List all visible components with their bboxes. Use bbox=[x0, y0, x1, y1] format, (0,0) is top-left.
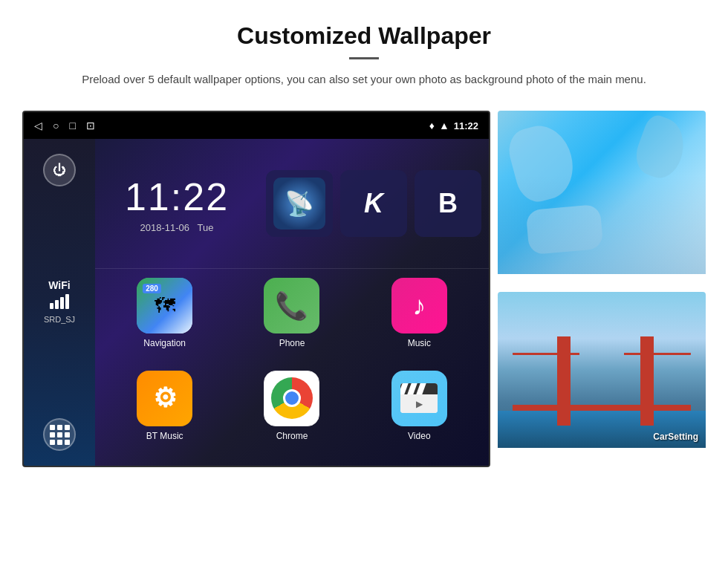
video-icon: ▶ bbox=[391, 371, 447, 426]
wifi-ssid: SRD_SJ bbox=[44, 315, 75, 324]
wifi-bars bbox=[44, 294, 75, 309]
apps-button[interactable] bbox=[43, 418, 76, 451]
music-label: Music bbox=[408, 338, 431, 348]
home-icon[interactable]: ○ bbox=[53, 120, 59, 131]
bridge-wallpaper-image: CarSetting bbox=[498, 292, 706, 448]
content-area: ◁ ○ □ ⊡ ♦ ▲ 11:22 ⏻ WiFi bbox=[0, 103, 728, 475]
wifi-label: WiFi bbox=[44, 279, 75, 291]
b-label: B bbox=[438, 188, 458, 219]
header-description: Preload over 5 default wallpaper options… bbox=[59, 71, 669, 88]
wifi-bar-2 bbox=[55, 300, 59, 309]
app-grid: 🗺 280 Navigation 📞 Phone bbox=[95, 269, 489, 466]
top-section: 11:22 2018-11-06 Tue 📡 bbox=[95, 139, 489, 269]
header-section: Customized Wallpaper Preload over 5 defa… bbox=[0, 0, 728, 103]
btmusic-label: BT Music bbox=[146, 431, 183, 441]
app-music[interactable]: ♪ Music bbox=[359, 278, 480, 365]
bridge-cable-right bbox=[624, 353, 691, 405]
status-time: 11:22 bbox=[454, 120, 478, 131]
phone-symbol: 📞 bbox=[275, 290, 308, 322]
chrome-icon bbox=[264, 371, 319, 426]
chrome-center bbox=[283, 389, 301, 407]
wifi-symbol: 📡 bbox=[285, 189, 314, 218]
bridge-deck bbox=[513, 405, 691, 411]
screen-body: ⏻ WiFi SRD_SJ bbox=[24, 139, 489, 466]
music-symbol: ♪ bbox=[412, 290, 426, 322]
navigation-icon: 🗺 280 bbox=[137, 278, 192, 333]
app-btmusic[interactable]: ⚙ BT Music bbox=[104, 371, 225, 458]
power-icon: ⏻ bbox=[53, 163, 66, 178]
app-phone[interactable]: 📞 Phone bbox=[231, 278, 352, 365]
video-label: Video bbox=[408, 431, 430, 441]
wifi-section: WiFi SRD_SJ bbox=[44, 279, 75, 325]
phone-icon: 📞 bbox=[264, 278, 319, 333]
music-icon: ♪ bbox=[391, 278, 447, 333]
b-widget[interactable]: B bbox=[415, 170, 481, 237]
map-symbol: 🗺 bbox=[155, 293, 175, 318]
clock-area: 11:22 2018-11-06 Tue bbox=[95, 139, 259, 268]
clapboard-icon: ▶ bbox=[400, 383, 438, 413]
chrome-ring bbox=[271, 377, 313, 419]
title-divider bbox=[349, 57, 379, 59]
location-icon: ♦ bbox=[429, 120, 435, 131]
status-bar-left: ◁ ○ □ ⊡ bbox=[34, 120, 95, 131]
k-label: K bbox=[364, 188, 383, 219]
signal-icon: ▲ bbox=[439, 120, 449, 131]
android-screen: ◁ ○ □ ⊡ ♦ ▲ 11:22 ⏻ WiFi bbox=[22, 111, 490, 467]
wifi-bar-1 bbox=[50, 303, 53, 309]
page-title: Customized Wallpaper bbox=[59, 22, 669, 50]
wallpaper-thumbnails: CarSetting bbox=[498, 111, 706, 467]
recent-icon[interactable]: □ bbox=[69, 120, 75, 131]
wifi-widget-icon: 📡 bbox=[273, 178, 325, 230]
bridge-water bbox=[498, 411, 706, 448]
chrome-label: Chrome bbox=[276, 431, 308, 441]
app-navigation[interactable]: 🗺 280 Navigation bbox=[104, 278, 225, 365]
back-icon[interactable]: ◁ bbox=[34, 120, 42, 131]
bt-symbol: ⚙ bbox=[153, 383, 177, 414]
apps-grid-icon bbox=[50, 425, 70, 445]
wifi-widget[interactable]: 📡 bbox=[266, 170, 333, 237]
clock-date: 2018-11-06 Tue bbox=[140, 222, 213, 233]
widget-area: 📡 K B bbox=[259, 139, 489, 268]
app-video[interactable]: ▶ Video bbox=[359, 371, 480, 458]
bt-icon: ⚙ bbox=[137, 371, 192, 426]
ice-wallpaper-image bbox=[498, 111, 706, 274]
status-bar-right: ♦ ▲ 11:22 bbox=[429, 120, 478, 131]
power-button[interactable]: ⏻ bbox=[43, 154, 76, 186]
wifi-bar-3 bbox=[60, 297, 64, 309]
main-area: 11:22 2018-11-06 Tue 📡 bbox=[95, 139, 489, 466]
phone-label: Phone bbox=[279, 338, 305, 348]
bridge-wallpaper-thumb[interactable]: CarSetting bbox=[498, 292, 706, 467]
carsetting-label: CarSetting bbox=[653, 432, 698, 442]
status-bar: ◁ ○ □ ⊡ ♦ ▲ 11:22 bbox=[24, 112, 489, 139]
bridge-cable-left bbox=[513, 353, 579, 405]
clock-time: 11:22 bbox=[125, 175, 229, 219]
app-chrome[interactable]: Chrome bbox=[231, 371, 352, 458]
screenshot-icon[interactable]: ⊡ bbox=[86, 120, 95, 131]
nav-badge: 280 bbox=[143, 284, 161, 293]
ice-wallpaper-thumb[interactable] bbox=[498, 111, 706, 286]
wifi-bar-4 bbox=[65, 294, 69, 309]
left-sidebar: ⏻ WiFi SRD_SJ bbox=[24, 139, 95, 466]
navigation-label: Navigation bbox=[143, 338, 186, 348]
k-widget[interactable]: K bbox=[340, 170, 407, 237]
